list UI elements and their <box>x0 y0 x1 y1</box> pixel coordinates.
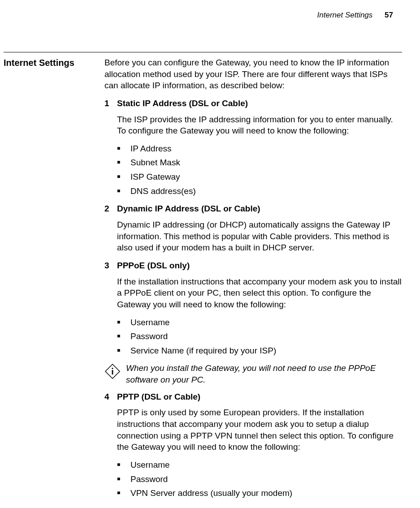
content-column: Before you can configure the Gateway, yo… <box>104 57 402 505</box>
bullet-item: ■Service Name (if required by your ISP) <box>117 345 402 357</box>
bullet-item: ■Username <box>117 459 402 471</box>
square-bullet-icon: ■ <box>117 185 130 196</box>
bullet-list: ■Username ■Password ■VPN Server address … <box>117 459 402 499</box>
bullet-text: Subnet Mask <box>130 157 180 168</box>
bullet-item: ■Password <box>117 331 402 342</box>
svg-rect-2 <box>112 370 113 375</box>
bullet-text: Password <box>130 474 168 485</box>
bullet-item: ■Password <box>117 474 402 485</box>
square-bullet-icon: ■ <box>117 157 130 168</box>
bullet-text: DNS address(es) <box>130 185 196 197</box>
item-number: 1 <box>104 98 117 109</box>
bullet-item: ■ISP Gateway <box>117 171 402 183</box>
square-bullet-icon: ■ <box>117 345 130 356</box>
item-number: 3 <box>104 260 117 271</box>
square-bullet-icon: ■ <box>117 143 130 154</box>
bullet-text: Password <box>130 331 168 342</box>
bullet-text: Username <box>130 459 170 471</box>
running-head: Internet Settings 57 <box>4 11 393 20</box>
square-bullet-icon: ■ <box>117 331 130 341</box>
square-bullet-icon: ■ <box>117 171 130 182</box>
bullet-item: ■Subnet Mask <box>117 157 402 168</box>
intro-paragraph: Before you can configure the Gateway, yo… <box>104 57 402 91</box>
item-title: PPPoE (DSL only) <box>117 260 190 271</box>
item-number: 2 <box>104 203 117 215</box>
bullet-list: ■Username ■Password ■Service Name (if re… <box>117 317 402 357</box>
item-number: 4 <box>104 391 117 403</box>
square-bullet-icon: ■ <box>117 459 130 470</box>
item-title: Dynamic IP Address (DSL or Cable) <box>117 203 260 215</box>
bullet-text: Service Name (if required by your ISP) <box>130 345 276 357</box>
bullet-item: ■VPN Server address (usually your modem) <box>117 487 402 499</box>
side-heading: Internet Settings <box>4 57 104 68</box>
item-title: PPTP (DSL or Cable) <box>117 391 200 403</box>
page: Internet Settings 57 Internet Settings B… <box>0 0 420 508</box>
running-head-title: Internet Settings <box>317 11 373 19</box>
svg-rect-1 <box>112 368 113 369</box>
item-paragraph: If the installation instructions that ac… <box>117 276 402 310</box>
bullet-text: VPN Server address (usually your modem) <box>130 487 292 499</box>
bullet-text: Username <box>130 317 170 328</box>
square-bullet-icon: ■ <box>117 474 130 484</box>
bullet-item: ■DNS address(es) <box>117 185 402 197</box>
item-paragraph: The ISP provides the IP addressing infor… <box>117 114 402 137</box>
bullet-list: ■IP Address ■Subnet Mask ■ISP Gateway ■D… <box>117 143 402 197</box>
note-text: When you install the Gateway, you will n… <box>126 362 402 385</box>
note-row: When you install the Gateway, you will n… <box>104 362 402 385</box>
info-diamond-icon <box>104 362 126 383</box>
bullet-text: ISP Gateway <box>130 171 180 183</box>
two-column-layout: Internet Settings Before you can configu… <box>4 57 402 505</box>
item-title: Static IP Address (DSL or Cable) <box>117 98 248 109</box>
horizontal-rule <box>4 52 402 52</box>
numbered-item: 2 Dynamic IP Address (DSL or Cable) <box>104 203 402 215</box>
bullet-item: ■IP Address <box>117 143 402 155</box>
running-head-page-number: 57 <box>385 11 393 19</box>
bullet-item: ■Username <box>117 317 402 328</box>
item-paragraph: PPTP is only used by some European provi… <box>117 407 402 453</box>
bullet-text: IP Address <box>130 143 172 155</box>
numbered-item: 1 Static IP Address (DSL or Cable) <box>104 98 402 109</box>
numbered-item: 3 PPPoE (DSL only) <box>104 260 402 271</box>
item-paragraph: Dynamic IP addressing (or DHCP) automati… <box>117 219 402 254</box>
numbered-item: 4 PPTP (DSL or Cable) <box>104 391 402 403</box>
square-bullet-icon: ■ <box>117 317 130 327</box>
square-bullet-icon: ■ <box>117 487 130 498</box>
